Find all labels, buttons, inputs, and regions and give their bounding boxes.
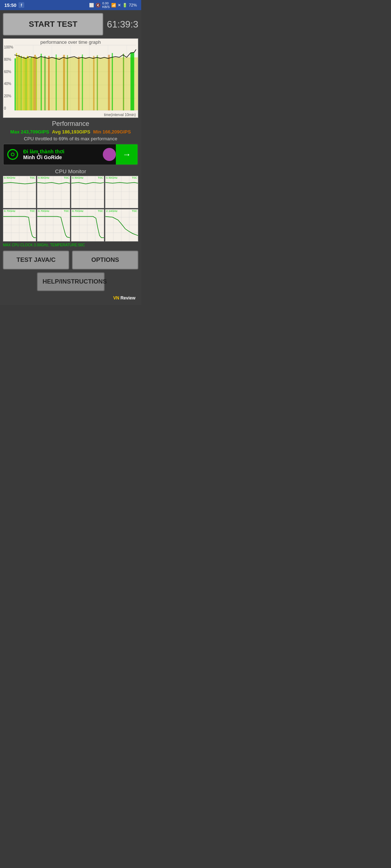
cpu-cell-5-freq: 0.70GHz bbox=[38, 209, 50, 213]
svg-rect-26 bbox=[32, 58, 33, 111]
max-stat: Max 243,709GIPS bbox=[10, 129, 49, 135]
svg-rect-41 bbox=[97, 55, 98, 111]
svg-rect-14 bbox=[17, 57, 18, 111]
watermark: VN Review bbox=[3, 294, 138, 302]
performance-title: Performance bbox=[3, 120, 138, 128]
cpu-cell-6: 0.70GHz T0C bbox=[71, 209, 104, 242]
cpu-cell-3: 0.50GHz T0C bbox=[105, 176, 138, 208]
throttle-info: CPU throttled to 69% of its max performa… bbox=[3, 136, 138, 141]
performance-section: Performance Max 243,709GIPS Avg 186,193G… bbox=[3, 120, 138, 141]
mute-icon: 🔇 bbox=[96, 3, 101, 8]
svg-rect-16 bbox=[20, 58, 21, 111]
x-axis-label: time(interval 10min) bbox=[104, 113, 136, 117]
svg-rect-43 bbox=[123, 54, 124, 111]
help-instructions-button[interactable]: HELP/INSTRUCTIONS bbox=[37, 272, 105, 291]
cpu-cell-1-freq: 0.50GHz bbox=[38, 176, 50, 179]
svg-rect-13 bbox=[16, 53, 17, 111]
svg-rect-40 bbox=[82, 55, 83, 111]
graph-title: performance over time graph bbox=[3, 39, 138, 45]
svg-rect-36 bbox=[41, 54, 42, 111]
svg-rect-27 bbox=[33, 57, 34, 111]
cpu-cell-3-temp: T0C bbox=[132, 176, 137, 179]
performance-graph: performance over time graph 100% 80% 60%… bbox=[3, 38, 138, 118]
status-time: 15:50 bbox=[4, 3, 16, 8]
cpu-cell-2: 0.50GHz T0C bbox=[71, 176, 104, 208]
svg-rect-29 bbox=[36, 57, 37, 111]
svg-rect-15 bbox=[18, 55, 20, 111]
test-java-button[interactable]: TEST JAVA/C bbox=[3, 251, 69, 269]
svg-rect-24 bbox=[29, 59, 30, 111]
wifi-icon: 📶 bbox=[111, 3, 116, 8]
svg-rect-25 bbox=[30, 57, 32, 111]
close-icon: ✕ bbox=[118, 3, 121, 8]
ad-logo-circle bbox=[7, 149, 18, 160]
performance-stats: Max 243,709GIPS Avg 186,193GIPS Min 166,… bbox=[3, 129, 138, 135]
status-bar: 15:50 f ⬜ 🔇 0.00KB/S 📶 ✕ 🔋 72% bbox=[0, 0, 141, 10]
cpu-grid-row2: 0.70GHz T0C 0.70GHz T0C bbox=[3, 209, 138, 242]
status-icons: ⬜ 🔇 0.00KB/S 📶 ✕ 🔋 72% bbox=[89, 1, 137, 9]
ad-arrow-button[interactable]: → bbox=[116, 144, 138, 165]
arrow-right-icon: → bbox=[122, 149, 131, 159]
cpu-cell-6-temp: T0C bbox=[98, 209, 103, 213]
timer-display: 61:39:3 bbox=[107, 19, 138, 30]
svg-rect-38 bbox=[56, 55, 57, 111]
main-content: START TEST 61:39:3 performance over time… bbox=[0, 10, 141, 305]
svg-rect-35 bbox=[108, 55, 110, 111]
svg-rect-19 bbox=[23, 57, 25, 111]
graph-svg bbox=[3, 39, 138, 118]
cpu-cell-4-freq: 0.70GHz bbox=[4, 209, 16, 213]
options-button[interactable]: OPTIONS bbox=[72, 251, 138, 269]
top-row: START TEST 61:39:3 bbox=[3, 13, 138, 35]
nfc-icon: ⬜ bbox=[89, 3, 94, 8]
svg-rect-23 bbox=[28, 58, 29, 111]
facebook-icon: f bbox=[18, 2, 24, 8]
cpu-cell-0-freq: 0.50GHz bbox=[4, 176, 16, 179]
cpu-cell-1: 0.50GHz T0C bbox=[37, 176, 70, 208]
watermark-review: Review bbox=[121, 295, 135, 301]
svg-rect-31 bbox=[48, 56, 50, 111]
cpu-cell-1-temp: T0C bbox=[64, 176, 69, 179]
avg-stat: Avg 186,193GIPS bbox=[52, 129, 91, 135]
svg-rect-32 bbox=[63, 55, 65, 111]
svg-rect-12 bbox=[14, 59, 16, 111]
y-axis-labels: 100% 80% 60% 40% 20% 0 bbox=[4, 45, 13, 110]
cpu-cell-2-temp: T0C bbox=[98, 176, 103, 179]
ad-line2: Minh Ởi GoRide bbox=[23, 154, 101, 160]
svg-rect-18 bbox=[22, 59, 23, 111]
cpu-cell-5-temp: T0C bbox=[64, 209, 69, 213]
svg-rect-33 bbox=[78, 57, 80, 111]
ad-line1: Đi làm thành thơi bbox=[23, 149, 101, 154]
cpu-cell-3-freq: 0.50GHz bbox=[106, 176, 118, 179]
start-test-button[interactable]: START TEST bbox=[3, 13, 103, 35]
cpu-grid-row1: 0.50GHz T0C 0.50GHz T0C bbox=[3, 176, 138, 208]
cpu-cell-0-temp: T0C bbox=[30, 176, 35, 179]
ad-purple-circle bbox=[103, 148, 116, 161]
battery-icon: 🔋 bbox=[122, 3, 127, 8]
ad-logo-inner bbox=[11, 153, 14, 156]
svg-rect-37 bbox=[45, 56, 46, 111]
svg-rect-39 bbox=[67, 55, 68, 111]
watermark-vn: VN bbox=[113, 295, 119, 301]
cpu-cell-4-temp: T0C bbox=[30, 209, 35, 213]
svg-rect-20 bbox=[25, 58, 26, 111]
ad-text: Đi làm thành thơi Minh Ởi GoRide bbox=[22, 147, 103, 162]
svg-rect-28 bbox=[34, 55, 36, 111]
svg-rect-34 bbox=[93, 56, 94, 111]
cpu-cell-5: 0.70GHz T0C bbox=[37, 209, 70, 242]
cpu-cell-7-freq: 2.14GHz bbox=[106, 209, 118, 213]
svg-rect-21 bbox=[26, 59, 27, 111]
data-speed: 0.00KB/S bbox=[102, 1, 110, 9]
svg-rect-30 bbox=[37, 58, 138, 111]
cpu-cell-4: 0.70GHz T0C bbox=[3, 209, 36, 242]
svg-rect-17 bbox=[21, 56, 22, 111]
cpu-cell-2-freq: 0.50GHz bbox=[72, 176, 84, 179]
cpu-cell-7: 2.14GHz T0C bbox=[105, 209, 138, 242]
battery-pct: 72% bbox=[129, 3, 137, 7]
min-stat: Min 166,209GIPS bbox=[93, 129, 131, 135]
cpu-cell-7-temp: T0C bbox=[132, 209, 137, 213]
cpu-monitor-title: CPU Monitor bbox=[3, 168, 138, 174]
ad-banner[interactable]: Đi làm thành thơi Minh Ởi GoRide → bbox=[3, 144, 138, 165]
svg-rect-22 bbox=[27, 56, 28, 111]
cpu-max-info: MAX CPU CLOCK:3.00GHz, TEMPERATURE:50C bbox=[3, 242, 138, 248]
cpu-cell-0: 0.50GHz T0C bbox=[3, 176, 36, 208]
